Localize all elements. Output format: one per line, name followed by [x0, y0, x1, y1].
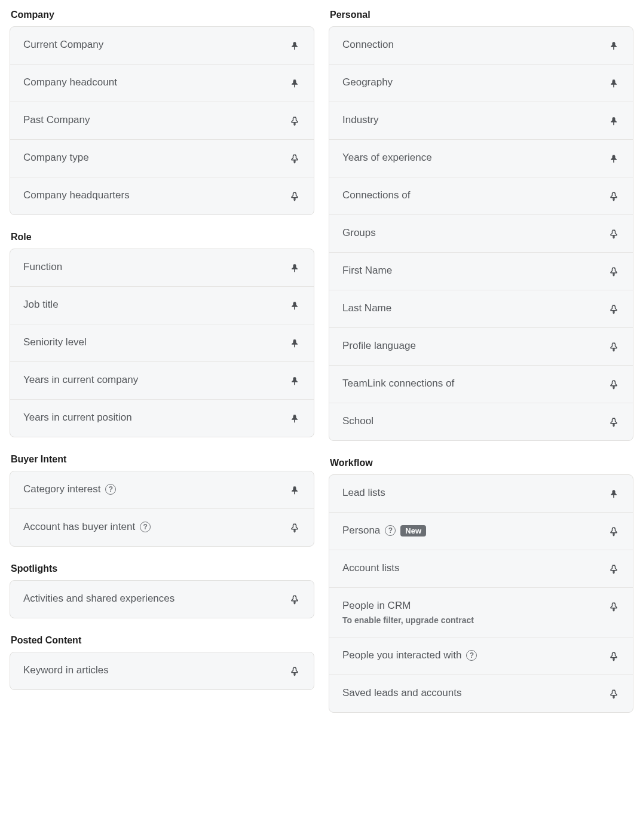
filter-label: Years of experience [342, 152, 432, 164]
filter-row-current-company[interactable]: Current Company [10, 27, 314, 65]
filter-row-company-headquarters[interactable]: Company headquarters [10, 177, 314, 214]
pin-outline-icon[interactable] [608, 416, 620, 428]
filter-row-geography[interactable]: Geography [329, 65, 633, 102]
filter-row-company-headcount[interactable]: Company headcount [10, 65, 314, 102]
row-label-line: Years in current position [23, 412, 132, 424]
row-label-line: People you interacted with? [342, 649, 477, 661]
filter-row-job-title[interactable]: Job title [10, 287, 314, 324]
pin-outline-icon[interactable] [608, 266, 620, 278]
filter-row-groups[interactable]: Groups [329, 215, 633, 253]
pin-outline-icon[interactable] [289, 115, 301, 127]
help-icon[interactable]: ? [385, 525, 396, 536]
filter-row-category-interest[interactable]: Category interest? [10, 471, 314, 509]
filter-row-teamlink-connections-of[interactable]: TeamLink connections of [329, 366, 633, 403]
filter-row-past-company[interactable]: Past Company [10, 102, 314, 140]
filter-label: Activities and shared experiences [23, 593, 174, 605]
filter-row-saved-leads-and-accounts[interactable]: Saved leads and accounts [329, 675, 633, 712]
pin-outline-icon[interactable] [289, 666, 301, 677]
filter-row-industry[interactable]: Industry [329, 102, 633, 140]
pin-filled-icon[interactable] [289, 485, 301, 496]
row-left: Current Company [23, 39, 103, 51]
filter-section-buyer-intent: Buyer IntentCategory interest?Account ha… [10, 454, 314, 547]
help-icon[interactable]: ? [105, 484, 116, 495]
pin-outline-icon[interactable] [289, 191, 301, 203]
row-left: First Name [342, 265, 392, 277]
help-icon[interactable]: ? [466, 650, 477, 661]
filter-row-people-you-interacted-with[interactable]: People you interacted with? [329, 637, 633, 675]
filter-row-years-in-current-position[interactable]: Years in current position [10, 400, 314, 437]
row-label-line: Saved leads and accounts [342, 687, 461, 699]
pin-outline-icon[interactable] [608, 688, 620, 700]
pin-filled-icon[interactable] [289, 300, 301, 312]
filter-row-first-name[interactable]: First Name [329, 253, 633, 290]
row-label-line: TeamLink connections of [342, 378, 454, 390]
row-label-line: Current Company [23, 39, 103, 51]
filter-row-activities-and-shared-experiences[interactable]: Activities and shared experiences [10, 581, 314, 618]
row-left: Job title [23, 299, 59, 311]
pin-outline-icon[interactable] [608, 651, 620, 663]
filter-label: Saved leads and accounts [342, 687, 461, 699]
filter-label: Account has buyer intent [23, 521, 135, 533]
pin-filled-icon[interactable] [289, 375, 301, 387]
row-left: Connections of [342, 189, 410, 201]
pin-filled-icon[interactable] [289, 338, 301, 350]
filter-label: Keyword in articles [23, 664, 109, 676]
row-label-line: Keyword in articles [23, 664, 109, 676]
pin-filled-icon[interactable] [289, 413, 301, 425]
pin-outline-icon[interactable] [608, 303, 620, 315]
pin-filled-icon[interactable] [289, 78, 301, 90]
pin-filled-icon[interactable] [289, 262, 301, 274]
filter-row-connections-of[interactable]: Connections of [329, 177, 633, 215]
pin-outline-icon[interactable] [289, 153, 301, 165]
filter-row-keyword-in-articles[interactable]: Keyword in articles [10, 652, 314, 689]
pin-outline-icon[interactable] [608, 191, 620, 203]
filter-label: Persona [342, 525, 380, 537]
filter-row-account-has-buyer-intent[interactable]: Account has buyer intent? [10, 509, 314, 546]
pin-filled-icon[interactable] [608, 488, 620, 500]
row-left: Lead lists [342, 487, 385, 499]
row-left: Geography [342, 76, 393, 88]
pin-filled-icon[interactable] [289, 40, 301, 52]
filter-row-connection[interactable]: Connection [329, 27, 633, 65]
pin-outline-icon[interactable] [608, 601, 620, 613]
filter-row-account-lists[interactable]: Account lists [329, 550, 633, 588]
pin-outline-icon[interactable] [608, 563, 620, 575]
pin-filled-icon[interactable] [608, 40, 620, 52]
row-label-line: Last Name [342, 302, 391, 314]
row-left: Industry [342, 114, 378, 126]
help-icon[interactable]: ? [140, 522, 151, 532]
row-left: Connection [342, 39, 394, 51]
filter-row-school[interactable]: School [329, 403, 633, 440]
pin-outline-icon[interactable] [608, 341, 620, 353]
pin-outline-icon[interactable] [608, 526, 620, 538]
filter-row-years-of-experience[interactable]: Years of experience [329, 140, 633, 177]
filter-section-company: CompanyCurrent CompanyCompany headcountP… [10, 10, 314, 215]
pin-outline-icon[interactable] [608, 228, 620, 240]
filter-label: Category interest [23, 483, 100, 495]
filter-label: Geography [342, 76, 393, 88]
filter-label: Company headcount [23, 76, 117, 88]
filter-row-profile-language[interactable]: Profile language [329, 328, 633, 366]
filter-card: ConnectionGeographyIndustryYears of expe… [329, 26, 633, 441]
filter-row-years-in-current-company[interactable]: Years in current company [10, 362, 314, 400]
filter-row-lead-lists[interactable]: Lead lists [329, 475, 633, 513]
filter-row-last-name[interactable]: Last Name [329, 290, 633, 328]
filter-section-role: RoleFunctionJob titleSeniority levelYear… [10, 232, 314, 437]
filter-row-persona[interactable]: Persona?New [329, 513, 633, 550]
pin-filled-icon[interactable] [608, 153, 620, 165]
filter-card: Lead listsPersona?NewAccount listsPeople… [329, 474, 633, 713]
filter-row-people-in-crm[interactable]: People in CRMTo enable filter, upgrade c… [329, 588, 633, 637]
filter-label: Lead lists [342, 487, 385, 499]
pin-outline-icon[interactable] [289, 594, 301, 606]
filter-row-seniority-level[interactable]: Seniority level [10, 324, 314, 362]
pin-outline-icon[interactable] [608, 379, 620, 391]
pin-outline-icon[interactable] [289, 522, 301, 534]
row-left: Company type [23, 152, 89, 164]
row-left: Function [23, 261, 62, 273]
filter-label: Company type [23, 152, 89, 164]
pin-filled-icon[interactable] [608, 78, 620, 90]
pin-filled-icon[interactable] [608, 115, 620, 127]
filter-row-company-type[interactable]: Company type [10, 140, 314, 177]
filter-column: CompanyCurrent CompanyCompany headcountP… [10, 10, 314, 729]
filter-row-function[interactable]: Function [10, 249, 314, 287]
